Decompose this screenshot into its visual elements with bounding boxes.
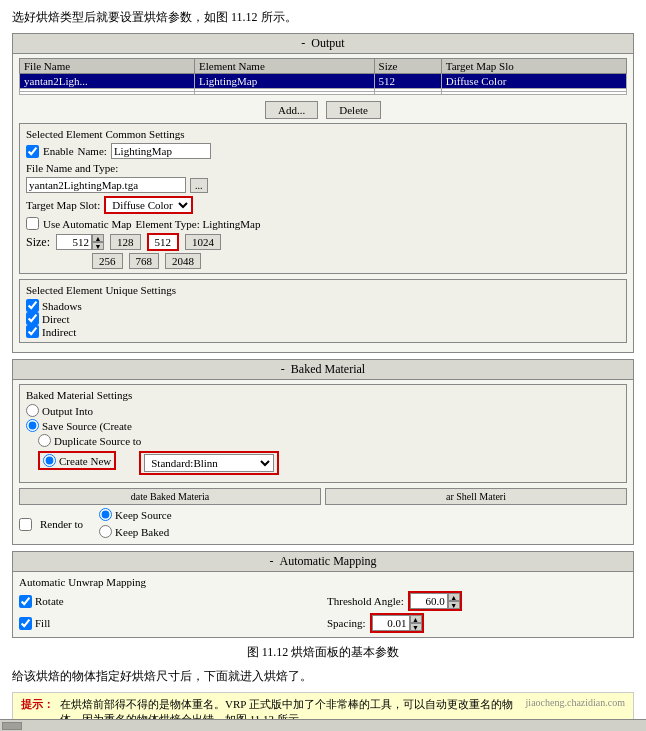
output-title-label: Output [311,36,344,51]
table-row[interactable]: yantan2Ligh... LightingMap 512 Diffuse C… [20,74,627,89]
auto-mapping-title: - Automatic Mapping [13,552,633,572]
update-baked-button[interactable]: date Baked Materia [19,488,321,505]
filename-input[interactable] [26,177,186,193]
delete-button[interactable]: Delete [326,101,381,119]
rotate-row: Rotate [19,595,319,608]
output-title-dash: - [301,36,305,51]
baked-material-title: - Baked Material [13,360,633,380]
shadows-checkbox[interactable] [26,299,39,312]
render-to-checkbox[interactable] [19,518,32,531]
automatic-mapping-panel: - Automatic Mapping Automatic Unwrap Map… [12,551,634,638]
fill-row: Fill [19,617,319,630]
spacing-spinner-buttons: ▲ ▼ [410,615,422,631]
use-auto-label: Use Automatic Map [43,218,132,230]
keep-source-radio-input[interactable] [99,508,112,521]
size-768[interactable]: 768 [129,253,160,269]
size-input[interactable] [56,234,92,250]
size-512[interactable]: 512 [147,233,180,251]
fill-checkbox[interactable] [19,617,32,630]
threshold-row: Threshold Angle: ▲ ▼ [327,591,627,611]
keep-source-label: Keep Source [115,509,172,521]
table-row-empty-2 [20,92,627,95]
output-table-container: File Name Element Name Size Target Map S… [19,58,627,97]
indirect-row: Indirect [26,325,620,338]
threshold-label: Threshold Angle: [327,595,404,607]
baked-material-panel: - Baked Material Baked Material Settings… [12,359,634,545]
create-new-radio-input[interactable] [43,454,56,467]
spacing-up-btn[interactable]: ▲ [410,615,422,623]
figure-caption: 图 11.12 烘焙面板的基本参数 [12,644,634,661]
cell-size: 512 [374,74,441,89]
filename-row: File Name and Type: [26,162,620,174]
use-auto-row: Use Automatic Map Element Type: Lighting… [26,217,620,230]
size-1024[interactable]: 1024 [185,234,221,250]
threshold-spinner-buttons: ▲ ▼ [448,593,460,609]
keep-baked-radio-input[interactable] [99,525,112,538]
indirect-checkbox[interactable] [26,325,39,338]
name-input[interactable] [111,143,211,159]
keep-baked-radio: Keep Baked [99,525,172,538]
duplicate-radio-input[interactable] [38,434,51,447]
threshold-down-btn[interactable]: ▼ [448,601,460,609]
auto-dash: - [270,554,274,569]
shell-material-button[interactable]: ar Shell Materi [325,488,627,505]
target-map-label: Target Map Slot: [26,199,100,211]
size-spinner[interactable]: ▲ ▼ [56,234,104,250]
target-map-dropdown[interactable]: Diffuse Color [104,196,193,214]
spacing-input[interactable] [372,615,410,631]
spacing-down-btn[interactable]: ▼ [410,623,422,631]
cell-element: LightingMap [195,74,374,89]
size-256[interactable]: 256 [92,253,123,269]
size-2048[interactable]: 2048 [165,253,201,269]
unique-settings-title: Selected Element Unique Settings [26,284,620,296]
auto-title-label: Automatic Mapping [280,554,377,569]
name-label: Name: [78,145,107,157]
spacing-row: Spacing: ▲ ▼ [327,613,627,633]
element-type-label: Element Type: LightingMap [136,218,261,230]
unique-settings-box: Selected Element Unique Settings Shadows… [19,279,627,343]
threshold-input[interactable] [410,593,448,609]
add-button[interactable]: Add... [265,101,318,119]
save-source-radio-input[interactable] [26,419,39,432]
save-source-radio: Save Source (Create [26,419,620,432]
spacing-label: Spacing: [327,617,366,629]
render-to-label: Render to [40,518,83,530]
spacing-spinner[interactable]: ▲ ▼ [370,613,424,633]
keep-baked-label: Keep Baked [115,526,169,538]
size-label: Size: [26,235,50,250]
common-settings-title: Selected Element Common Settings [26,128,620,140]
shadows-row: Shadows [26,299,620,312]
filename-input-row: ... [26,177,620,193]
size-row: Size: ▲ ▼ 128 512 1024 [26,233,620,251]
keep-source-radio: Keep Source [99,508,172,521]
col-header-element: Element Name [195,59,374,74]
baked-title-label: Baked Material [291,362,365,377]
baked-dash: - [281,362,285,377]
col-header-size: Size [374,59,441,74]
render-row: Render to Keep Source Keep Baked [19,508,627,540]
output-panel-title: - Output [13,34,633,54]
col-header-filename: File Name [20,59,195,74]
common-settings-box: Selected Element Common Settings Enable … [19,123,627,274]
rotate-label: Rotate [35,595,64,607]
standard-blinn-row: Standard:Blinn [139,451,279,475]
create-new-radio: Create New [38,451,116,470]
use-auto-checkbox[interactable] [26,217,39,230]
output-into-label: Output Into [42,405,93,417]
enable-checkbox[interactable] [26,145,39,158]
material-type-dropdown[interactable]: Standard:Blinn [144,454,274,472]
rotate-checkbox[interactable] [19,595,32,608]
cell-filename: yantan2Ligh... [20,74,195,89]
filename-label: File Name and Type: [26,162,118,174]
size-up-btn[interactable]: ▲ [92,234,104,242]
size-down-btn[interactable]: ▼ [92,242,104,250]
output-into-radio-input[interactable] [26,404,39,417]
enable-label: Enable [43,145,74,157]
threshold-up-btn[interactable]: ▲ [448,593,460,601]
baked-settings-box: Baked Material Settings Output Into Save… [19,384,627,483]
size-128[interactable]: 128 [110,234,141,250]
threshold-spinner[interactable]: ▲ ▼ [408,591,462,611]
direct-checkbox[interactable] [26,312,39,325]
browse-button[interactable]: ... [190,178,208,193]
baked-action-buttons: date Baked Materia ar Shell Materi [19,488,627,505]
